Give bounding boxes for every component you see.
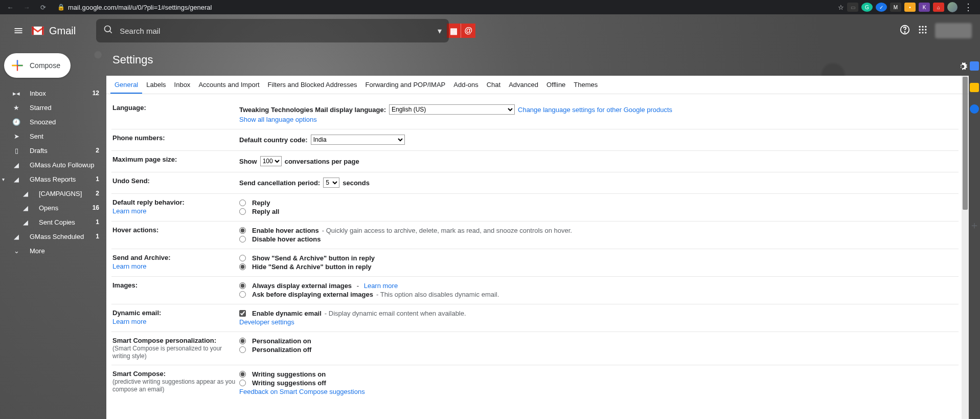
radio-personalization-off[interactable]: [239, 346, 246, 353]
dynamic-learn-more-link[interactable]: Learn more: [112, 318, 239, 325]
pagesize-suffix: conversations per page: [285, 158, 359, 165]
radio-reply-all[interactable]: [239, 208, 246, 215]
extension-icon-red[interactable]: ⌂: [933, 3, 944, 12]
draft-icon: ▯: [11, 147, 21, 155]
sidebar-item-campaigns[interactable]: ◢ [CAMPAIGNS] 2: [0, 186, 106, 201]
sendarchive-learn-more-link[interactable]: Learn more: [112, 262, 239, 270]
get-addons-button[interactable]: ＋: [969, 218, 979, 232]
images-learn-more-link[interactable]: Learn more: [364, 282, 398, 290]
label-icon: ◢: [11, 175, 21, 183]
checkbox-dynamic-email[interactable]: [239, 310, 246, 317]
radio-hover-disable[interactable]: [239, 236, 246, 242]
support-icon[interactable]: [899, 24, 910, 37]
label-hover: Hover actions:: [111, 226, 239, 244]
radio-writing-on[interactable]: [239, 371, 246, 378]
extension-icon-grammarly[interactable]: G: [861, 3, 873, 12]
radio-hover-enable[interactable]: [239, 227, 246, 234]
url-text: mail.google.com/mail/u/0/?pli=1#settings…: [68, 4, 212, 11]
language-select[interactable]: English (US): [389, 104, 515, 115]
gmass-grid-icon[interactable]: ▦: [447, 24, 461, 38]
sidebar-item-inbox[interactable]: ▸◂ Inbox 12: [0, 86, 106, 100]
bookmark-star-icon[interactable]: ☆: [838, 4, 844, 11]
row-sendarchive: Send and Archive: Learn more Show "Send …: [111, 249, 959, 277]
sidebar-item-gmass-reports[interactable]: ▾ ◢ GMass Reports 1: [0, 172, 106, 186]
extension-icon-m[interactable]: M: [890, 3, 901, 12]
sidebar-item-more[interactable]: ⌄ More: [0, 244, 106, 258]
browser-reload-button[interactable]: ⟳: [37, 1, 49, 13]
sidebar-item-opens[interactable]: ◢ Opens 16: [0, 201, 106, 215]
radio-images-always[interactable]: [239, 282, 246, 289]
radio-show-sendarchive[interactable]: [239, 255, 246, 261]
tab-advanced[interactable]: Advanced: [505, 76, 542, 94]
label-icon: ◢: [20, 190, 31, 197]
browser-menu-button[interactable]: ⋮: [961, 2, 976, 13]
tasks-addon-icon[interactable]: [970, 104, 979, 114]
tab-inbox[interactable]: Inbox: [170, 76, 195, 94]
label-icon: ◢: [20, 218, 31, 226]
extension-icon-orange[interactable]: •: [904, 3, 916, 12]
change-language-link[interactable]: Change language settings for other Googl…: [518, 106, 672, 114]
tab-chat[interactable]: Chat: [483, 76, 505, 94]
search-options-caret-icon[interactable]: ▾: [438, 26, 442, 36]
sidebar-item-gmass-scheduled[interactable]: ◢ GMass Scheduled 1: [0, 229, 106, 244]
radio-reply[interactable]: [239, 200, 246, 206]
browser-back-button[interactable]: ←: [4, 1, 16, 13]
gmail-logo[interactable]: Gmail: [31, 25, 76, 37]
sidebar-item-drafts[interactable]: ▯ Drafts 2: [0, 143, 106, 158]
chevron-down-icon[interactable]: ▾: [2, 177, 5, 182]
keep-addon-icon[interactable]: [970, 83, 979, 92]
settings-body[interactable]: Language: Tweaking Technologies Mail dis…: [106, 94, 969, 419]
smart-compose-feedback-link[interactable]: Feedback on Smart Compose suggestions: [239, 388, 365, 395]
row-hover: Hover actions: Enable hover actions - Qu…: [111, 222, 959, 249]
label-dynamic: Dynamic email:: [112, 309, 161, 317]
gmass-toolbar[interactable]: ▦ @: [447, 24, 475, 38]
radio-images-ask[interactable]: [239, 291, 246, 298]
tab-labels[interactable]: Labels: [142, 76, 170, 94]
reply-learn-more-link[interactable]: Learn more: [112, 207, 239, 215]
scrollbar[interactable]: [962, 76, 969, 419]
search-input[interactable]: [120, 27, 434, 35]
main-menu-button[interactable]: [8, 20, 29, 41]
sidebar-item-starred[interactable]: ★ Starred: [0, 100, 106, 115]
row-pagesize: Maximum page size: Show 100 conversation…: [111, 151, 959, 172]
tab-offline[interactable]: Offline: [542, 76, 569, 94]
row-reply: Default reply behavior: Learn more Reply…: [111, 194, 959, 222]
country-code-select[interactable]: India: [311, 135, 405, 145]
address-bar[interactable]: 🔒 mail.google.com/mail/u/0/?pli=1#settin…: [57, 4, 212, 11]
show-all-languages-link[interactable]: Show all language options: [239, 116, 317, 123]
svg-line-1: [110, 31, 112, 33]
sidebar-item-gmass-auto[interactable]: ◢ GMass Auto Followup: [0, 158, 106, 172]
sidebar-item-sent[interactable]: ➤ Sent: [0, 129, 106, 143]
radio-writing-off[interactable]: [239, 380, 246, 386]
label-smart-compose: Smart Compose:: [112, 370, 166, 378]
compose-button[interactable]: Compose: [4, 53, 71, 78]
tab-general[interactable]: General: [110, 76, 142, 94]
sub-smart-compose: (predictive writing suggestions appear a…: [112, 378, 235, 393]
account-chip[interactable]: [935, 23, 972, 38]
svg-point-10: [919, 32, 921, 33]
extension-icon[interactable]: ▭: [847, 3, 858, 12]
calendar-addon-icon[interactable]: [970, 61, 979, 71]
tab-addons[interactable]: Add-ons: [449, 76, 482, 94]
undo-select[interactable]: 5: [323, 178, 339, 188]
scrollbar-thumb[interactable]: [963, 77, 968, 210]
radio-personalization-on[interactable]: [239, 338, 246, 344]
tab-forwarding[interactable]: Forwarding and POP/IMAP: [361, 76, 449, 94]
sidebar-item-sent-copies[interactable]: ◢ Sent Copies 1: [0, 215, 106, 229]
browser-forward-button[interactable]: →: [20, 1, 33, 13]
extension-icon-k[interactable]: K: [919, 3, 930, 12]
search-bar[interactable]: ▾: [96, 19, 449, 42]
browser-profile-avatar[interactable]: [947, 2, 958, 12]
pagesize-select[interactable]: 100: [260, 156, 282, 166]
settings-gear-icon[interactable]: [958, 61, 968, 74]
tab-filters[interactable]: Filters and Blocked Addresses: [264, 76, 361, 94]
apps-grid-icon[interactable]: [918, 25, 928, 37]
gmass-at-icon[interactable]: @: [461, 24, 475, 38]
sidebar-item-snoozed[interactable]: 🕘 Snoozed: [0, 115, 106, 129]
tab-accounts[interactable]: Accounts and Import: [194, 76, 263, 94]
radio-hide-sendarchive[interactable]: [239, 263, 246, 270]
sub-smart-personalization: (Smart Compose is personalized to your w…: [112, 345, 222, 360]
extension-icon-check[interactable]: ✓: [876, 3, 887, 12]
tab-themes[interactable]: Themes: [569, 76, 602, 94]
developer-settings-link[interactable]: Developer settings: [239, 318, 294, 326]
